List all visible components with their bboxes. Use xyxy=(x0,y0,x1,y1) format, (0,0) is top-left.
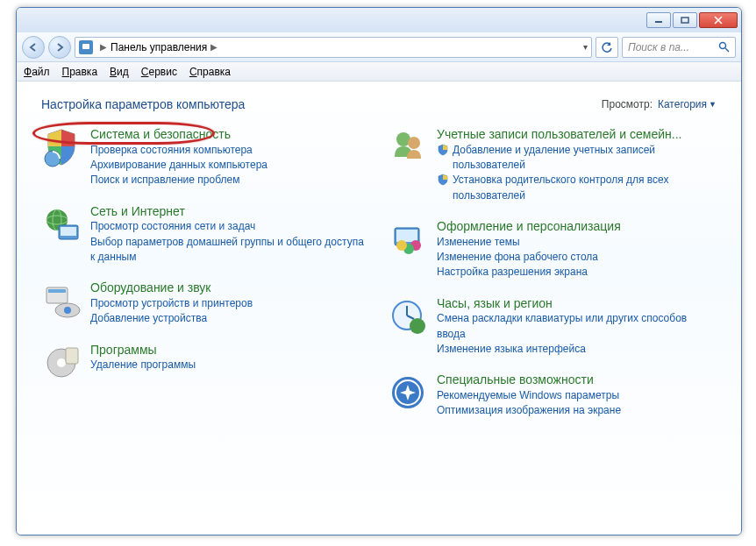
category-appearance: Оформление и персонализация Изменение те… xyxy=(388,219,717,280)
breadcrumb-item[interactable]: Панель управления xyxy=(111,41,207,53)
link-check-status[interactable]: Проверка состояния компьютера xyxy=(90,143,370,158)
category-programs: Программы Удаление программы xyxy=(41,343,370,383)
category-hardware: Оборудование и звук Просмотр устройств и… xyxy=(41,280,370,326)
category-title-appearance[interactable]: Оформление и персонализация xyxy=(437,219,621,233)
minimize-button[interactable] xyxy=(646,12,671,28)
left-column: Система и безопасность Проверка состояни… xyxy=(41,127,370,419)
category-accounts: Учетные записи пользователей и семейн...… xyxy=(388,127,717,203)
category-ease-of-access: Специальные возможности Рекомендуемые Wi… xyxy=(388,372,717,418)
view-by-dropdown[interactable]: Категория ▼ xyxy=(658,98,717,110)
link-devices-printers[interactable]: Просмотр устройств и принтеров xyxy=(90,296,370,311)
clock-icon xyxy=(388,296,428,337)
category-title-accounts[interactable]: Учетные записи пользователей и семейн... xyxy=(437,127,681,141)
svg-line-6 xyxy=(725,48,729,52)
link-add-remove-accounts[interactable]: Добавление и удаление учетных записей по… xyxy=(453,143,717,174)
link-change-theme[interactable]: Изменение темы xyxy=(437,235,717,250)
content-area: Настройка параметров компьютера Просмотр… xyxy=(17,82,741,535)
close-button[interactable] xyxy=(699,12,738,28)
svg-point-26 xyxy=(396,240,407,251)
navigation-row: ▶ Панель управления ▶ ▾ Поиск в па... xyxy=(17,32,741,62)
address-bar[interactable]: ▶ Панель управления ▶ ▾ xyxy=(75,37,592,58)
shield-icon xyxy=(437,174,449,186)
programs-icon xyxy=(41,343,82,383)
category-title-hardware[interactable]: Оборудование и звук xyxy=(90,280,211,294)
back-button[interactable] xyxy=(22,36,45,59)
link-display-language[interactable]: Изменение языка интерфейса xyxy=(437,342,717,357)
link-add-device[interactable]: Добавление устройства xyxy=(90,311,370,326)
svg-point-30 xyxy=(410,318,425,334)
right-column: Учетные записи пользователей и семейн...… xyxy=(388,127,717,419)
category-clock: Часы, язык и регион Смена раскладки клав… xyxy=(388,296,717,358)
svg-rect-23 xyxy=(396,230,417,242)
search-icon xyxy=(718,41,730,53)
menu-view[interactable]: Вид xyxy=(110,66,129,78)
page-title: Настройка параметров компьютера xyxy=(41,97,602,111)
svg-rect-12 xyxy=(61,227,76,236)
menu-bar: Файл Правка Вид Сервис Справка xyxy=(17,62,741,82)
link-screen-resolution[interactable]: Настройка разрешения экрана xyxy=(437,265,717,280)
svg-rect-1 xyxy=(681,18,688,23)
svg-rect-4 xyxy=(82,44,89,49)
content-header: Настройка параметров компьютера Просмотр… xyxy=(41,97,717,111)
category-title-clock[interactable]: Часы, язык и регион xyxy=(437,296,553,310)
network-icon xyxy=(41,204,82,245)
maximize-button[interactable] xyxy=(673,12,697,28)
menu-edit[interactable]: Правка xyxy=(62,66,98,78)
chevron-down-icon: ▼ xyxy=(709,100,717,109)
link-recommended-settings[interactable]: Рекомендуемые Windows параметры xyxy=(437,388,717,403)
refresh-button[interactable] xyxy=(596,37,618,58)
forward-button[interactable] xyxy=(48,36,71,59)
menu-service[interactable]: Сервис xyxy=(141,66,177,78)
category-title-system-security[interactable]: Система и безопасность xyxy=(90,127,231,141)
svg-point-21 xyxy=(408,137,420,149)
system-security-icon xyxy=(41,127,82,167)
category-title-network[interactable]: Сеть и Интернет xyxy=(90,204,185,218)
menu-file[interactable]: Файл xyxy=(24,66,50,78)
breadcrumb-arrow-icon: ▶ xyxy=(100,42,107,52)
link-keyboard-layout[interactable]: Смена раскладки клавиатуры или других сп… xyxy=(437,311,717,342)
link-backup[interactable]: Архивирование данных компьютера xyxy=(90,158,370,173)
appearance-icon xyxy=(388,219,428,259)
category-title-ease[interactable]: Специальные возможности xyxy=(437,372,594,386)
svg-point-18 xyxy=(57,358,66,367)
view-by-value: Категория xyxy=(658,98,707,110)
link-troubleshoot[interactable]: Поиск и исправление проблем xyxy=(90,173,370,188)
category-network: Сеть и Интернет Просмотр состояния сети … xyxy=(41,204,370,266)
control-panel-icon xyxy=(79,40,93,54)
search-placeholder: Поиск в па... xyxy=(628,41,689,53)
category-title-programs[interactable]: Программы xyxy=(90,343,157,357)
svg-rect-14 xyxy=(48,289,66,293)
menu-help[interactable]: Справка xyxy=(189,66,231,78)
link-homegroup[interactable]: Выбор параметров домашней группы и общег… xyxy=(90,235,370,266)
link-network-status[interactable]: Просмотр состояния сети и задач xyxy=(90,219,370,234)
view-by-label: Просмотр: xyxy=(602,98,653,110)
link-parental-controls[interactable]: Установка родительского контроля для все… xyxy=(453,173,717,203)
link-uninstall-program[interactable]: Удаление программы xyxy=(90,358,370,372)
link-change-background[interactable]: Изменение фона рабочего стола xyxy=(437,250,717,265)
breadcrumb-arrow-icon: ▶ xyxy=(210,42,218,52)
accounts-icon xyxy=(388,127,428,167)
link-optimize-display[interactable]: Оптимизация изображения на экране xyxy=(437,403,717,418)
ease-of-access-icon xyxy=(388,372,428,413)
svg-point-16 xyxy=(64,307,71,314)
svg-rect-19 xyxy=(66,348,78,364)
shield-icon xyxy=(437,144,449,156)
search-input[interactable]: Поиск в па... xyxy=(622,37,736,58)
address-dropdown-icon[interactable]: ▾ xyxy=(583,42,588,52)
window-frame: ▶ Панель управления ▶ ▾ Поиск в па... Фа… xyxy=(16,7,742,535)
category-system-security: Система и безопасность Проверка состояни… xyxy=(41,127,370,188)
svg-point-5 xyxy=(720,43,726,49)
hardware-icon xyxy=(41,280,82,321)
titlebar xyxy=(17,8,741,32)
